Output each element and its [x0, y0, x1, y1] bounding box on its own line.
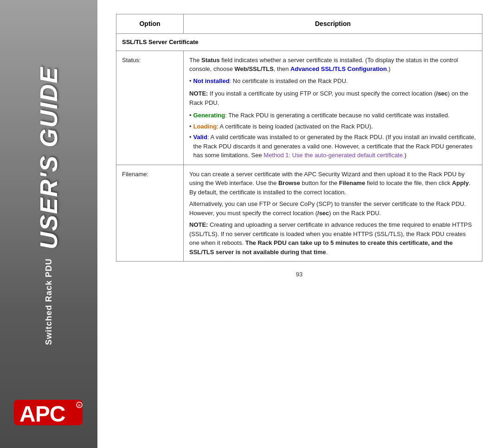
option-status: Status: — [116, 51, 184, 165]
col-header-option: Option — [116, 14, 184, 34]
table-row-status: Status: The Status field indicates wheth… — [116, 51, 482, 165]
documentation-table: Option Description SSL/TLS Server Certif… — [116, 14, 482, 262]
description-status: The Status field indicates whether a ser… — [184, 51, 482, 165]
auto-cert-link[interactable]: Method 1: Use the auto-generated default… — [263, 152, 405, 159]
main-content: Option Description SSL/TLS Server Certif… — [97, 0, 501, 448]
table-row-filename: Filename: You can create a server certif… — [116, 165, 482, 262]
svg-text:R: R — [78, 403, 81, 408]
apc-logo: APC R — [14, 397, 84, 429]
svg-text:APC: APC — [19, 402, 65, 426]
users-guide-title: USER'S GUIDE — [37, 66, 61, 250]
section-header-ssl: SSL/TLS Server Certificate — [116, 34, 482, 51]
sidebar-subtitle: Switched Rack PDU — [44, 258, 54, 345]
description-filename: You can create a server certificate with… — [184, 165, 482, 262]
col-header-description: Description — [184, 14, 482, 34]
page-number: 93 — [116, 271, 482, 278]
sidebar: USER'S GUIDE Switched Rack PDU APC R — [0, 0, 97, 448]
sidebar-title-container: USER'S GUIDE Switched Rack PDU — [37, 14, 61, 397]
option-filename: Filename: — [116, 165, 184, 262]
